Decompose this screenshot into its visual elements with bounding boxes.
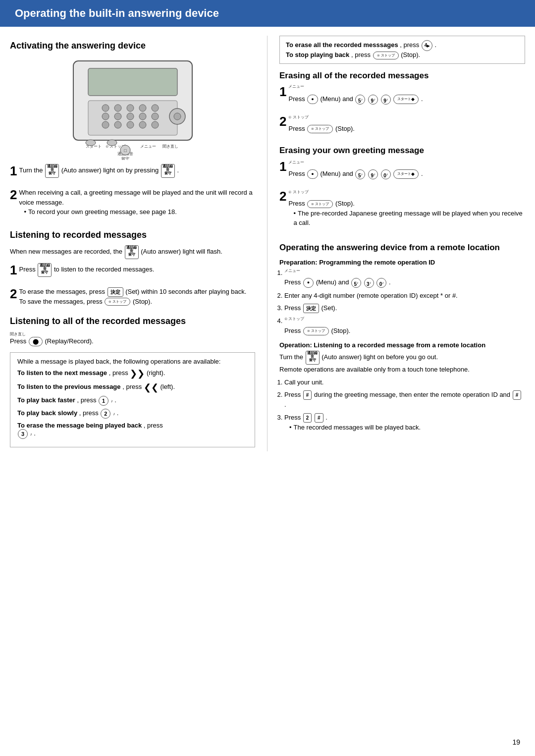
prep-step1-end: . (389, 278, 391, 286)
replay-label: 聞き直し (10, 331, 255, 337)
svg-point-9 (114, 113, 121, 120)
menu-label-2: メニュー (288, 160, 304, 165)
erase-greeting-step1-content: メニュー Press ● (Menu) and 5♪ 9♪ 0♪ スタート◆ . (288, 160, 525, 179)
info-box: While a message is played back, the foll… (10, 352, 255, 447)
stop-label-3: ⊙ ストップ (284, 316, 304, 322)
erase-all-text: , press (400, 41, 421, 49)
svg-point-5 (127, 105, 134, 111)
listening-step1: 1 Press 通話録音留守 to listen to the recorded… (10, 263, 255, 282)
item2-bold: To listen to the previous message (17, 383, 121, 391)
greeting-bullet: The pre-recorded Japanese greeting messa… (293, 209, 525, 228)
listening-intro-end: (Auto answer) light will flash. (141, 248, 222, 255)
erase-all-end: . (435, 41, 437, 49)
item4-end: . (117, 410, 119, 417)
op-list: Call your unit. Press # during the greet… (284, 378, 525, 432)
svg-point-13 (102, 121, 109, 128)
listening-step2-content: To erase the messages, press 決定 (Set) wi… (19, 287, 255, 307)
stop-btn-1: ⊙ ストップ (105, 298, 130, 306)
start-btn-1: スタート◆ (393, 95, 419, 105)
item5-text: , press (144, 422, 163, 429)
btn-5-2: 5♪ (355, 169, 365, 179)
step1-text: Turn the (19, 166, 45, 174)
svg-rect-1 (88, 68, 177, 96)
erase-greeting-step-num-2: 2 (279, 189, 286, 204)
stop-btn-4: ⊙ ストップ (303, 327, 329, 335)
op3-bullet: The recorded messages will be played bac… (289, 423, 525, 432)
menu-label-3: メニュー (284, 268, 300, 274)
stop-btn-2: ⊙ ストップ (307, 125, 333, 133)
greeting-step2-press: Press (288, 200, 307, 207)
all-press: Press (10, 337, 28, 345)
section-listening-title: Listening to recorded messages (10, 230, 255, 240)
op-intro-1: Turn the (279, 354, 305, 361)
greeting-step1-end: . (421, 170, 423, 177)
item1-text: , press (109, 370, 130, 377)
btn-5-3: 5♪ (351, 278, 361, 288)
left-column: Activating the answering device (10, 36, 268, 451)
op-title-bold: Operation: Listening to a recorded messa… (279, 341, 485, 349)
step1-mid: (Auto answer) light on by pressing (61, 166, 160, 174)
hash-btn-1: # (303, 390, 312, 400)
greeting-step2-end: (Stop). (335, 200, 355, 207)
stop-label-2: ⊙ ストップ (288, 189, 308, 195)
section-erase-greeting-title: Erasing your own greeting message (279, 146, 525, 156)
listening-step2-mid: (Set) within 10 seconds after playing ba… (125, 288, 246, 295)
erase-greeting-step-num-1: 1 (279, 160, 286, 174)
btn-2-slow: 2 (101, 409, 110, 419)
btn-3-1: 3♪ (364, 278, 374, 288)
svg-point-14 (114, 121, 121, 128)
section-remote-title: Operating the answering device from a re… (279, 243, 525, 253)
svg-point-19 (174, 113, 181, 120)
listening-intro: When new messages are recorded, the 通話録音… (10, 245, 255, 259)
step1-content: Turn the 通話録音留守 (Auto answer) light on b… (19, 164, 255, 178)
btn-3-erase: 3 (18, 429, 28, 439)
op2-end: . (284, 401, 286, 408)
left-arrow-btn: ❮❮ (144, 382, 159, 393)
listening-intro-text: When new messages are recorded, the (10, 248, 124, 255)
prep-list: メニュー Press ● (Menu) and 5♪ 3♪ 0♪ . Enter… (284, 268, 525, 336)
set-btn-2: 決定 (303, 304, 319, 313)
stop-playing-text: , press (351, 51, 373, 58)
all-end: (Replay/Record). (45, 337, 93, 345)
item5-bold: To erase the message being played back (17, 422, 142, 429)
btn-9-1: 9♪ (368, 95, 378, 105)
op-item-3: Press 2 # . The recorded messages will b… (284, 413, 525, 432)
svg-point-23 (107, 140, 117, 146)
auto-answer-icon-5: 通話録音留守 (306, 351, 320, 365)
erase-all-step-num-1: 1 (279, 85, 286, 99)
svg-text:留守: 留守 (121, 157, 129, 160)
step2-bullet: To record your own greeting message, see… (24, 207, 255, 217)
erase-all-step2-content: ⊙ ストップ Press ⊙ ストップ (Stop). (288, 114, 525, 134)
btn-9-3: 9♪ (368, 169, 378, 179)
right-top-box: To erase all the recorded messsages , pr… (279, 36, 525, 64)
erase-all-step1: 1 メニュー Press ● (Menu) and 5♪ 9♪ 9♪ スタート◆… (279, 85, 525, 109)
page-number: 19 (512, 738, 520, 746)
phone-svg: スタート ⊙ ストップ メニュー 聞き直し 通話録音 留守 □ (58, 56, 207, 160)
item1-bold: To listen to the next message (17, 370, 107, 377)
erase-all-row: To erase all the recorded messsages , pr… (286, 40, 519, 51)
btn-9-2: 9♪ (381, 95, 391, 105)
btn-1-sup: ♪ (111, 399, 113, 404)
erase-step1-end: . (421, 95, 423, 103)
svg-point-3 (102, 105, 109, 111)
right-arrow-btn: ❯❯ (130, 368, 145, 379)
stop-label-1: ⊙ ストップ (288, 114, 308, 120)
item4-bold: To play back slowly (17, 410, 77, 417)
erase-all-step2: 2 ⊙ ストップ Press ⊙ ストップ (Stop). (279, 114, 525, 139)
item5-end: . (34, 430, 36, 437)
listening-step2-erase: To erase the messages, press (19, 288, 107, 295)
item1-end: (right). (147, 370, 165, 377)
svg-point-8 (102, 113, 109, 120)
svg-point-10 (127, 113, 134, 120)
op3-end: . (325, 414, 327, 421)
phone-diagram: スタート ⊙ ストップ メニュー 聞き直し 通話録音 留守 □ (10, 56, 255, 160)
item3-text: , press (77, 397, 98, 404)
replay-btn: ⬤ (29, 337, 43, 346)
op2-mid: during the greeting message, then enter … (314, 391, 512, 398)
stop-playing-bold: To stop playing back (286, 51, 349, 58)
auto-answer-icon-4: 通話録音留守 (38, 263, 52, 277)
set-btn: 決定 (107, 287, 123, 297)
menu-label-1: メニュー (288, 85, 304, 89)
prep-title: Preparation: Programming the remote oper… (279, 259, 525, 266)
item2-text: , press (122, 383, 144, 391)
